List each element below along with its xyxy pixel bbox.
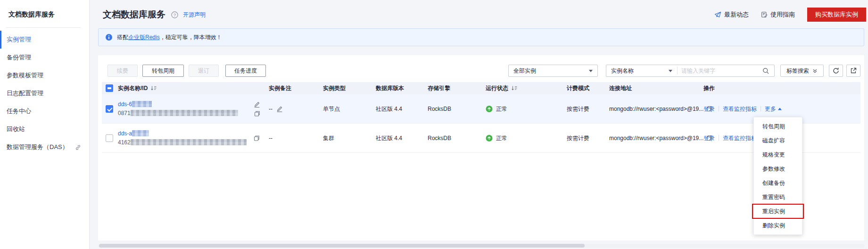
- instance-name-link[interactable]: dds-6: [118, 101, 132, 108]
- sidebar-item-das[interactable]: 数据管理服务（DAS）: [0, 138, 89, 156]
- operation-cell: 登录 查看监控指标 更多: [703, 105, 782, 113]
- topbar-right: 最新动态 使用指南 购买数据库实例: [714, 8, 866, 22]
- change-to-period-button[interactable]: 转包周期: [142, 65, 184, 77]
- page-title: 文档数据库服务: [103, 8, 165, 21]
- db-version: 社区版 4.4: [376, 105, 402, 113]
- copy-id-icon[interactable]: [254, 110, 260, 116]
- blurred-name: [132, 130, 149, 136]
- db-version: 社区版 4.4: [376, 134, 402, 142]
- status-cell: 正常: [486, 105, 507, 113]
- sidebar-item-backup-management[interactable]: 备份管理: [0, 49, 89, 66]
- table-row-instance-1[interactable]: dds-6 0871 -- 单节点 社区版 4.4 RocksDB 正常 按需计…: [102, 94, 860, 124]
- search-icon[interactable]: [762, 67, 769, 75]
- view-metrics-link[interactable]: 查看监控指标: [723, 105, 757, 113]
- more-actions-menu: 转包周期 磁盘扩容 规格变更 参数修改 创建备份 重置密码 重启实例 删除实例: [753, 117, 802, 235]
- tag-search-button[interactable]: 标签搜索: [780, 65, 824, 77]
- banner-text: 搭配企业版Redis，稳定可靠，降本增效！: [117, 33, 222, 42]
- billing-mode: 按需计费: [567, 134, 589, 142]
- login-link[interactable]: 登录: [703, 105, 715, 113]
- action-separator: [719, 135, 719, 141]
- instance-type: 单节点: [323, 105, 340, 113]
- billing-mode: 按需计费: [567, 105, 589, 113]
- row-checkbox[interactable]: [106, 134, 113, 142]
- unsubscribe-button[interactable]: 退订: [189, 65, 219, 77]
- banner-redis-link[interactable]: 企业版Redis: [128, 34, 160, 41]
- buy-instance-button[interactable]: 购买数据库实例: [807, 8, 866, 22]
- address-cell: mongodb://rwuser:<password>@19...: [609, 106, 712, 112]
- remark-value: --: [269, 135, 273, 141]
- sidebar-item-log-configuration[interactable]: 日志配置管理: [0, 84, 89, 102]
- col-address: 连接地址: [609, 84, 632, 92]
- menu-item-label: 重启实例: [762, 208, 785, 215]
- search-input[interactable]: [678, 67, 762, 74]
- sidebar-item-label: 日志配置管理: [7, 84, 43, 102]
- sidebar-item-task-center[interactable]: 任务中心: [0, 102, 89, 120]
- chevron-down-icon: [589, 70, 593, 72]
- sidebar-item-recycle-bin[interactable]: 回收站: [0, 120, 89, 138]
- sort-icon[interactable]: [511, 86, 517, 91]
- sidebar-item-parameter-templates[interactable]: 参数模板管理: [0, 66, 89, 84]
- menu-item-change-specs[interactable]: 规格变更: [754, 148, 802, 162]
- blurred-id: [131, 139, 247, 145]
- instance-name-prefix: dds-a: [118, 130, 132, 137]
- login-link[interactable]: 登录: [703, 134, 715, 142]
- sidebar: 文档数据库服务 实例管理 备份管理 参数模板管理 日志配置管理 任务中心 回收站…: [0, 0, 90, 249]
- more-label: 更多: [765, 105, 776, 113]
- storage-engine: RocksDB: [428, 106, 451, 112]
- whats-new-label: 最新动态: [724, 10, 749, 19]
- action-separator: [719, 106, 719, 112]
- refresh-button[interactable]: [829, 65, 843, 77]
- instance-scope-select[interactable]: 全部实例: [508, 65, 598, 77]
- operation-cell: 登录 查看监控指标: [703, 134, 757, 142]
- menu-item-create-backup[interactable]: 创建备份: [754, 176, 802, 190]
- help-icon[interactable]: ?: [171, 11, 178, 18]
- sidebar-item-instance-management[interactable]: 实例管理: [0, 31, 89, 49]
- col-remark: 实例备注: [269, 84, 291, 92]
- double-chevron-icon: [812, 68, 818, 74]
- chevron-up-icon: [778, 108, 782, 110]
- instance-name-id: dds-a 4162: [118, 129, 247, 147]
- info-icon: [105, 33, 113, 41]
- open-source-link[interactable]: 开源声明: [183, 11, 206, 19]
- banner-text-suffix: ，稳定可靠，降本增效！: [160, 34, 222, 41]
- instance-name-link[interactable]: dds-a: [118, 130, 132, 137]
- action-separator: [761, 106, 761, 112]
- user-guide-link[interactable]: 使用指南: [761, 10, 795, 19]
- select-all-checkbox[interactable]: [106, 84, 113, 92]
- chevron-down-icon: [669, 70, 672, 72]
- instance-id-prefix: 4162: [118, 139, 131, 146]
- status-label: 正常: [496, 105, 507, 113]
- col-name-id: 实例名称/ID: [118, 84, 148, 92]
- sort-icon[interactable]: [150, 86, 157, 91]
- scope-select-value: 全部实例: [513, 67, 536, 75]
- menu-item-change-to-period[interactable]: 转包周期: [754, 119, 802, 133]
- row-checkbox[interactable]: [106, 105, 113, 113]
- search-field-select[interactable]: 实例名称: [606, 67, 677, 75]
- menu-item-modify-parameters[interactable]: 参数修改: [754, 162, 802, 176]
- edit-name-icon[interactable]: [254, 101, 260, 108]
- address-cell: mongodb://rwuser:<password>@19...: [609, 135, 712, 141]
- menu-item-reset-password[interactable]: 重置密码: [754, 190, 802, 204]
- more-dropdown-trigger[interactable]: 更多: [765, 105, 782, 113]
- status-running-icon: [486, 134, 493, 141]
- menu-item-scale-disk[interactable]: 磁盘扩容: [754, 133, 802, 148]
- paper-plane-icon: [714, 11, 721, 18]
- sidebar-item-label: 任务中心: [7, 102, 31, 120]
- edit-remark-icon[interactable]: [276, 106, 283, 112]
- whats-new-link[interactable]: 最新动态: [714, 10, 749, 19]
- menu-item-delete-instance[interactable]: 删除实例: [754, 218, 802, 232]
- sidebar-item-label: 回收站: [7, 120, 25, 138]
- view-metrics-link[interactable]: 查看监控指标: [723, 134, 757, 142]
- table-row-instance-2[interactable]: dds-a 4162 -- 集群 社区版 4.4 RocksDB 正常 按需计费…: [102, 124, 860, 153]
- external-link-icon: [75, 144, 81, 150]
- menu-item-restart-instance[interactable]: 重启实例: [754, 204, 802, 218]
- renew-button[interactable]: 续费: [107, 65, 138, 77]
- sidebar-item-label: 数据管理服务（DAS）: [7, 138, 68, 156]
- copy-id-icon[interactable]: [254, 135, 260, 141]
- horizontal-scrollbar-thumb[interactable]: [99, 244, 585, 248]
- task-progress-button[interactable]: 任务进度: [225, 65, 266, 77]
- banner-text-prefix: 搭配: [117, 34, 128, 41]
- instance-id-prefix: 0871: [118, 110, 131, 116]
- page-header: 文档数据库服务 ? 开源声明 最新动态 使用指南 购买数据库实例: [90, 0, 868, 29]
- export-button[interactable]: [846, 65, 860, 77]
